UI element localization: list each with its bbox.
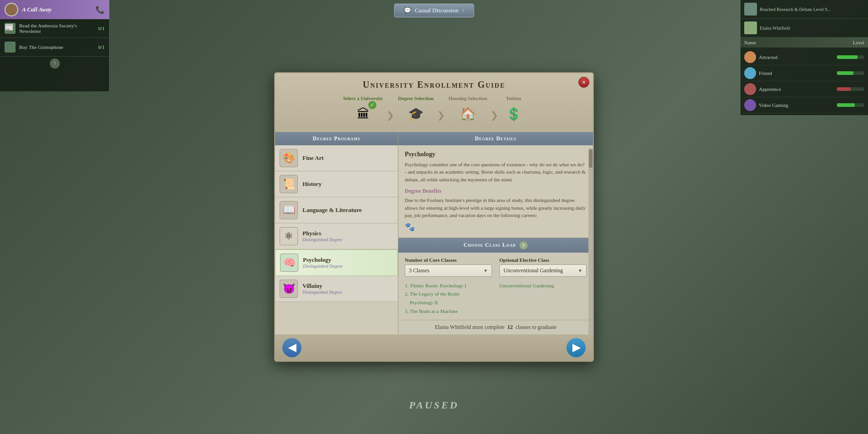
wizard-arrow-3: ❯ <box>491 110 498 121</box>
degree-icon-villainy: 😈 <box>280 280 298 298</box>
degree-sub-physics: Distinguished Degree <box>302 237 342 242</box>
enrollment-modal: FIEND × University Enrollment Guide Sele… <box>274 72 594 362</box>
degree-benefits-text: Due to the Foxbury Institute's prestige … <box>405 196 587 219</box>
modal-footer: ◀ ▶ <box>275 334 593 361</box>
degree-name-literature: Language & Literature <box>302 206 362 214</box>
degree-details-header: Degree Details <box>398 132 593 145</box>
degree-item-physics[interactable]: ⚛ Physics Distinguished Degree <box>275 223 398 249</box>
wizard-degree-icon: 🎓 <box>404 103 427 126</box>
wizard-step-university: Select a University 🏛 ✓ <box>343 95 383 126</box>
class-load-help-button[interactable]: ? <box>519 241 528 249</box>
close-button[interactable]: × <box>578 77 589 88</box>
class-load-header-text: Choose Class Load <box>464 242 516 249</box>
degree-icon-psychology: 🧠 <box>280 254 298 272</box>
elective-col: Optional Elective Class Unconventional G… <box>499 257 587 277</box>
wizard-step-degree-label: Degree Selection <box>398 95 434 101</box>
elective-value: Unconventional Gardening <box>503 267 563 274</box>
back-button[interactable]: ◀ <box>282 338 302 357</box>
degree-detail-desc: Psychology considers one of the core que… <box>405 161 587 184</box>
graduate-suffix: classes to graduate <box>515 324 556 330</box>
wizard-steps: Select a University 🏛 ✓ ❯ Degree Selecti… <box>284 95 584 132</box>
degree-icon-history: 📜 <box>280 175 298 193</box>
modal-overlay: FIEND × University Enrollment Guide Sele… <box>0 0 868 434</box>
wizard-arrow-2: ❯ <box>437 110 445 121</box>
elective-label: Optional Elective Class <box>499 257 587 263</box>
degree-detail-content: Psychology Psychology considers one of t… <box>398 145 593 238</box>
elective-dropdown[interactable]: Unconventional Gardening ▼ <box>499 265 587 277</box>
degree-name-fineart: Fine Art <box>302 154 324 162</box>
wizard-tuition-icon: 💲 <box>502 103 525 126</box>
graduate-num: 12 <box>507 324 513 330</box>
elective-class-1: Unconventional Gardening <box>499 281 587 290</box>
degree-icon-physics: ⚛ <box>280 227 298 245</box>
wizard-step-tuition-label: Tuition <box>506 95 521 101</box>
wizard-housing-icon: 🏠 <box>456 103 479 126</box>
degree-item-psychology[interactable]: 🧠 Psychology Distinguished Degree <box>275 249 398 276</box>
degree-benefits-title: Degree Benefits <box>405 188 587 195</box>
class-lists: 1. Thinky Roots: Psychology I 2. The Leg… <box>405 281 587 316</box>
core-class-2: 2. The Legacy of the Brain: Psychology I… <box>405 290 492 307</box>
degree-programs-header: Degree Programs <box>275 132 398 145</box>
core-classes-dropdown[interactable]: 3 Classes ▼ <box>405 265 492 277</box>
detail-scrollbar[interactable] <box>588 148 593 335</box>
wizard-step-housing-label: Housing Selection <box>449 95 487 101</box>
degree-item-literature[interactable]: 📖 Language & Literature <box>275 197 398 223</box>
core-dropdown-arrow: ▼ <box>483 268 488 273</box>
class-load-body: Number of Core Classes 3 Classes ▼ Optio… <box>398 253 593 320</box>
wizard-step-tuition: Tuition 💲 <box>502 95 525 126</box>
wizard-university-icon: 🏛 ✓ <box>352 103 375 126</box>
core-classes-col: Number of Core Classes 3 Classes ▼ <box>405 257 492 277</box>
degree-list-panel: Degree Programs 🎨 Fine Art 📜 History <box>275 132 398 335</box>
core-classes-value: 3 Classes <box>409 267 429 274</box>
modal-header: × University Enrollment Guide Select a U… <box>275 73 593 132</box>
degree-icon-fineart: 🎨 <box>280 149 298 167</box>
degree-item-villainy[interactable]: 😈 Villainy Distinguished Degree <box>275 276 398 302</box>
degree-list-wrapper: 🎨 Fine Art 📜 History 📖 <box>275 145 398 302</box>
degree-item-fineart[interactable]: 🎨 Fine Art <box>275 145 398 171</box>
core-class-1: 1. Thinky Roots: Psychology I <box>405 281 492 290</box>
degree-sub-psychology: Distinguished Degree <box>303 264 343 269</box>
core-classes-label: Number of Core Classes <box>405 257 492 263</box>
class-load-header: Choose Class Load ? <box>398 238 593 253</box>
wizard-step-university-label: Select a University <box>343 95 383 101</box>
graduate-prefix: Elaina Whitfield must complete <box>435 324 505 330</box>
degree-name-psychology: Psychology <box>303 256 343 264</box>
degree-name-history: History <box>302 180 322 188</box>
wizard-step-degree: Degree Selection 🎓 <box>398 95 434 126</box>
scroll-indicator: 🐾 <box>405 222 587 232</box>
wizard-arrow-1: ❯ <box>386 110 394 121</box>
next-button[interactable]: ▶ <box>566 338 586 357</box>
degree-item-history[interactable]: 📜 History <box>275 171 398 197</box>
degree-name-physics: Physics <box>302 230 342 237</box>
class-load-section: Choose Class Load ? Number of Core Class… <box>398 238 593 335</box>
degree-detail-panel: Degree Details Psychology Psychology con… <box>398 132 593 335</box>
wizard-step-housing: Housing Selection 🏠 <box>449 95 487 126</box>
graduate-text: Elaina Whitfield must complete 12 classe… <box>398 320 593 334</box>
scrollbar-thumb <box>589 149 593 168</box>
degree-name-villainy: Villainy <box>302 282 342 290</box>
modal-body: Degree Programs 🎨 Fine Art 📜 History <box>275 132 593 335</box>
degree-detail-title: Psychology <box>405 151 587 158</box>
core-list: 1. Thinky Roots: Psychology I 2. The Leg… <box>405 281 492 316</box>
elective-dropdown-arrow: ▼ <box>578 268 582 273</box>
modal-title: University Enrollment Guide <box>284 79 584 90</box>
class-load-cols: Number of Core Classes 3 Classes ▼ Optio… <box>405 257 587 277</box>
degree-sub-villainy: Distinguished Degree <box>302 290 342 295</box>
check-badge: ✓ <box>368 101 376 109</box>
degree-icon-literature: 📖 <box>280 201 298 219</box>
core-class-3: 3. The Brain as a Machine <box>405 307 492 316</box>
elective-list: Unconventional Gardening <box>499 281 587 316</box>
